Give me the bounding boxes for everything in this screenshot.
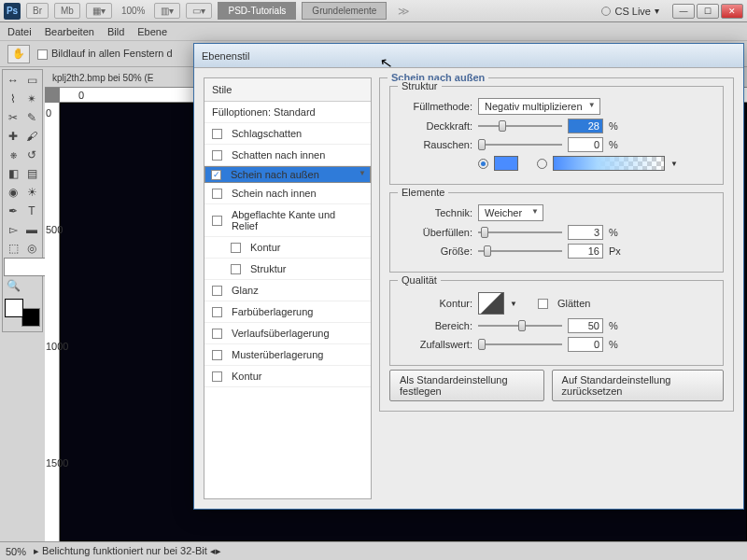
workspace-tab-grundelemente[interactable]: Grundelemente — [302, 2, 387, 20]
arrange-button[interactable]: ▥▾ — [154, 3, 180, 19]
make-default-button[interactable]: Als Standardeinstellung festlegen — [389, 370, 544, 401]
noise-slider[interactable] — [478, 138, 562, 151]
cslive-button[interactable]: CS Live ▾ — [601, 6, 659, 17]
scroll-all-checkbox[interactable]: Bildlauf in allen Fenstern d — [37, 48, 173, 60]
opacity-input[interactable]: 28 — [568, 119, 603, 133]
ruler-vertical: 0 500 1000 1500 — [45, 103, 60, 541]
minimize-button[interactable]: — — [672, 4, 695, 19]
stamp-tool[interactable]: ⎈ — [4, 146, 22, 164]
style-item[interactable]: Kontur — [204, 237, 371, 259]
zoom-tool[interactable]: 🔍 — [4, 276, 22, 295]
bridge-button[interactable]: Br — [26, 3, 49, 19]
style-item[interactable]: Glanz — [204, 280, 371, 301]
style-item[interactable]: Verlaufsüberlagerung — [204, 323, 371, 344]
move-tool[interactable]: ↔ — [4, 71, 22, 90]
style-checkbox[interactable] — [212, 329, 222, 339]
more-workspaces-icon[interactable]: ≫ — [392, 5, 416, 18]
lasso-tool[interactable]: ⌇ — [4, 90, 22, 108]
style-checkbox[interactable] — [231, 264, 241, 274]
style-checkbox[interactable] — [212, 150, 222, 161]
pen-tool[interactable]: ✒ — [4, 202, 22, 220]
style-label: Farbüberlagerung — [232, 306, 313, 317]
wand-tool[interactable]: ✴ — [22, 90, 41, 108]
spread-slider[interactable] — [478, 226, 562, 239]
screen-mode-button[interactable]: ▭▾ — [186, 3, 212, 19]
jitter-input[interactable]: 0 — [568, 337, 603, 352]
eyedropper-tool[interactable]: ✎ — [22, 108, 41, 127]
opacity-slider[interactable] — [478, 119, 562, 133]
menu-bild[interactable]: Bild — [107, 26, 124, 37]
view-grid-button[interactable]: ▦▾ — [86, 3, 112, 19]
dodge-tool[interactable]: ☀ — [22, 183, 41, 202]
style-label: Schein nach außen — [231, 169, 319, 180]
blend-mode-select[interactable]: Negativ multiplizieren — [478, 98, 600, 115]
app-titlebar: Ps Br Mb ▦▾ 100% ▥▾ ▭▾ PSD-Tutorials Gru… — [0, 0, 747, 22]
style-item[interactable]: Schein nach außen — [204, 166, 371, 183]
antialias-checkbox[interactable] — [538, 299, 548, 309]
marquee-tool[interactable]: ▭ — [22, 71, 41, 90]
path-tool[interactable]: ▻ — [4, 220, 22, 239]
style-label: Schlagschatten — [232, 128, 302, 139]
style-item[interactable]: Farbüberlagerung — [204, 301, 371, 323]
statusbar: 50% ▸ Belichtung funktioniert nur bei 32… — [0, 541, 747, 560]
menu-ebene[interactable]: Ebene — [137, 26, 167, 37]
style-label: Struktur — [250, 263, 287, 274]
style-checkbox[interactable] — [212, 216, 222, 226]
maximize-button[interactable]: ☐ — [697, 4, 719, 19]
size-slider[interactable] — [478, 245, 562, 258]
minibridge-button[interactable]: Mb — [54, 3, 80, 19]
style-checkbox[interactable] — [212, 307, 222, 317]
style-item[interactable]: Abgeflachte Kante und Relief — [204, 204, 371, 237]
camera-tool[interactable]: ◎ — [22, 239, 41, 258]
elemente-group: Elemente Technik:Weicher Überfüllen:3% G… — [389, 192, 724, 273]
style-checkbox[interactable] — [231, 243, 241, 253]
3d-tool[interactable]: ⬚ — [4, 239, 22, 258]
gradient-radio[interactable] — [537, 159, 547, 169]
heal-tool[interactable]: ✚ — [4, 127, 22, 146]
style-checkbox[interactable] — [212, 129, 222, 139]
jitter-slider[interactable] — [478, 338, 562, 351]
style-item[interactable]: Musterüberlagerung — [204, 344, 371, 366]
eraser-tool[interactable]: ◧ — [4, 164, 22, 183]
close-button[interactable]: ✕ — [721, 4, 743, 19]
range-slider[interactable] — [478, 319, 562, 332]
shape-tool[interactable]: ▬ — [22, 220, 41, 239]
spread-input[interactable]: 3 — [568, 225, 603, 240]
glow-gradient-swatch[interactable] — [553, 156, 665, 171]
style-list: Stile Fülloptionen: Standard Schlagschat… — [204, 77, 372, 499]
style-item[interactable]: Struktur — [204, 259, 371, 280]
hand-tool-icon[interactable]: ✋ — [7, 45, 30, 63]
fill-options[interactable]: Fülloptionen: Standard — [204, 102, 371, 123]
noise-input[interactable]: 0 — [568, 137, 603, 152]
style-checkbox[interactable] — [212, 350, 222, 360]
style-label: Abgeflachte Kante und Relief — [232, 209, 363, 231]
color-swatches[interactable] — [5, 299, 40, 327]
style-item[interactable]: Schatten nach innen — [204, 145, 371, 166]
style-item[interactable]: Kontur — [204, 366, 371, 387]
blur-tool[interactable]: ◉ — [4, 183, 22, 202]
type-tool[interactable]: T — [22, 202, 41, 220]
crop-tool[interactable]: ✂ — [4, 108, 22, 127]
contour-picker[interactable] — [478, 292, 504, 315]
size-input[interactable]: 16 — [568, 244, 603, 259]
color-radio[interactable] — [478, 159, 488, 169]
zoom-level[interactable]: 100% — [118, 6, 149, 16]
history-brush-tool[interactable]: ↺ — [22, 146, 41, 164]
technique-select[interactable]: Weicher — [478, 204, 543, 221]
style-checkbox[interactable] — [212, 371, 222, 382]
style-item[interactable]: Schein nach innen — [204, 183, 371, 204]
style-checkbox[interactable] — [212, 286, 222, 296]
brush-tool[interactable]: 🖌 — [22, 127, 41, 146]
status-zoom[interactable]: 50% — [6, 546, 26, 557]
menu-bearbeiten[interactable]: Bearbeiten — [45, 26, 94, 37]
glow-color-swatch[interactable] — [494, 156, 518, 171]
range-input[interactable]: 50 — [568, 318, 603, 333]
menu-datei[interactable]: Datei — [7, 26, 32, 37]
style-checkbox[interactable] — [211, 170, 221, 180]
style-label: Kontur — [232, 371, 261, 382]
reset-default-button[interactable]: Auf Standardeinstellung zurücksetzen — [552, 370, 724, 401]
gradient-tool[interactable]: ▤ — [22, 164, 41, 183]
workspace-tab-tutorials[interactable]: PSD-Tutorials — [218, 2, 296, 20]
style-item[interactable]: Schlagschatten — [204, 123, 371, 145]
style-checkbox[interactable] — [212, 189, 222, 199]
